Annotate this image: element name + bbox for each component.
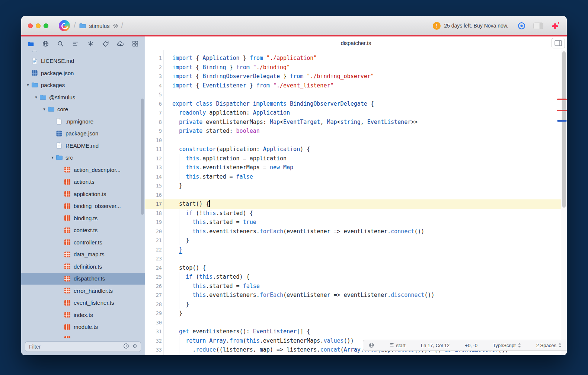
code-line-24[interactable]: 24 stop() { [145, 263, 561, 273]
code-line-3[interactable]: 3import { BindingObserverDelegate } from… [145, 72, 561, 81]
code-line-18[interactable]: 18 if (!this.started) { [145, 209, 561, 218]
code-line-9[interactable]: 9 private started: boolean [145, 126, 561, 136]
code-line-12[interactable]: 12 this.application = application [145, 154, 561, 163]
tree-item-data-map-ts[interactable]: data_map.ts [21, 249, 145, 261]
tree-item-package-json[interactable]: package.json [21, 128, 145, 140]
indent-select[interactable]: 2 Spaces [536, 343, 562, 348]
tree-item--stimulus[interactable]: ▾@stimulus [21, 91, 145, 103]
code-line-17[interactable]: 17 start() { [145, 199, 561, 209]
tree-item-application-ts[interactable]: application.ts [21, 188, 145, 200]
editor-scrollbar[interactable] [561, 50, 567, 355]
disclosure-triangle[interactable]: ▾ [41, 107, 47, 112]
tree-item-core[interactable]: ▾core [21, 103, 145, 116]
code-line-1[interactable]: 1import { Application } from "./applicat… [145, 54, 561, 63]
find-icon[interactable] [57, 40, 64, 47]
tree-item-action-ts[interactable]: action.ts [21, 176, 145, 188]
tag-filter-icon[interactable] [132, 343, 138, 350]
tree-item-src[interactable]: ▾src [21, 152, 145, 164]
panel-layout-icon[interactable] [533, 22, 543, 30]
tree-item-label: definition.ts [74, 263, 102, 270]
editor-scrollbar-thumb[interactable] [562, 51, 566, 208]
tree-item-context-ts[interactable]: context.ts [21, 224, 145, 237]
code-line-11[interactable]: 11 constructor(application: Application)… [145, 145, 561, 154]
indent-guide [186, 291, 186, 300]
code-line-23[interactable]: 23 [145, 254, 561, 263]
project-name[interactable]: stimulus [89, 23, 110, 29]
sidebar-scrollbar-thumb[interactable] [141, 99, 144, 215]
gear-icon[interactable] [113, 23, 118, 29]
files-icon[interactable] [27, 40, 34, 47]
code-line-16[interactable]: 16 [145, 190, 561, 200]
code-area[interactable]: 1import { Application } from "./applicat… [145, 50, 561, 355]
trial-notice[interactable]: ! 25 days left. Buy Nova now. [433, 22, 508, 30]
editor-panel-toggle[interactable] [552, 38, 565, 48]
filter-input[interactable] [28, 343, 121, 350]
code-line-7[interactable]: 7 readonly application: Application [145, 108, 561, 118]
add-sparkle-icon[interactable] [551, 21, 560, 31]
tree-item-dispatcher-ts[interactable]: dispatcher.ts [21, 273, 145, 285]
cursor-position[interactable]: Ln 17, Col 12 [421, 343, 450, 348]
code-text: this.eventListenerMaps = new Map [162, 163, 293, 172]
disclosure-triangle[interactable]: ▾ [49, 155, 55, 160]
code-line-14[interactable]: 14 this.started = false [145, 172, 561, 182]
code-line-31[interactable]: 31 get eventListeners(): EventListener[]… [145, 327, 561, 336]
tree-item-binding-observer-[interactable]: binding_observer... [21, 200, 145, 212]
tree-item-controller-ts[interactable]: controller.ts [21, 236, 145, 249]
code-line-15[interactable]: 15 } [145, 181, 561, 190]
tree-item-binding-ts[interactable]: binding.ts [21, 212, 145, 224]
close-button[interactable] [28, 23, 33, 28]
code-line-22[interactable]: 22 } [145, 245, 561, 254]
code-line-19[interactable]: 19 this.started = true [145, 218, 561, 227]
code-line-25[interactable]: 25 if (this.started) { [145, 272, 561, 282]
tags-icon[interactable] [102, 40, 109, 47]
tree-item-module-ts[interactable]: module.ts [21, 321, 145, 333]
tree-item-error-handler-ts[interactable]: error_handler.ts [21, 285, 145, 297]
language-select[interactable]: TypeScript [493, 343, 521, 348]
code-line-29[interactable]: 29 } [145, 309, 561, 318]
code-line-10[interactable]: 10 [145, 136, 561, 145]
publish-icon[interactable] [117, 40, 124, 47]
globe-icon[interactable] [368, 342, 374, 348]
code-line-20[interactable]: 20 this.eventListeners.forEach(eventList… [145, 227, 561, 236]
code-line-13[interactable]: 13 this.eventListenerMaps = new Map [145, 163, 561, 172]
tree-item-license-md[interactable]: LICENSE.md [21, 55, 145, 67]
issues-icon[interactable] [87, 40, 94, 47]
code-line-8[interactable]: 8 private eventListenerMaps: Map<EventTa… [145, 118, 561, 127]
symbols-icon[interactable] [72, 40, 79, 47]
code-line-27[interactable]: 27 this.eventListeners.forEach(eventList… [145, 291, 561, 300]
code-line-21[interactable]: 21 } [145, 236, 561, 245]
disclosure-triangle[interactable]: ▾ [25, 83, 31, 87]
code-line-5[interactable]: 5 [145, 90, 561, 99]
code-line-28[interactable]: 28 } [145, 300, 561, 309]
line-number: 11 [145, 145, 162, 154]
tree-item-package-json[interactable]: package.json [21, 67, 145, 79]
tree-item--npmignore[interactable]: .npmignore [21, 115, 145, 128]
tree-item-packages[interactable]: ▾packages [21, 79, 145, 92]
tree-item-label: event_listener.ts [74, 299, 114, 306]
titlebar[interactable]: / stimulus / ! 25 days left. Buy Nova no… [21, 16, 567, 35]
tree-item-event-listener-ts[interactable]: event_listener.ts [21, 297, 145, 309]
tree-item-clipped[interactable] [21, 333, 145, 338]
tree-item-action-descriptor-[interactable]: action_descriptor... [21, 164, 145, 176]
tree-item-definition-ts[interactable]: definition.ts [21, 260, 145, 273]
zoom-button[interactable] [44, 23, 48, 28]
disclosure-triangle[interactable]: ▾ [33, 95, 39, 100]
code-line-26[interactable]: 26 this.started = false [145, 282, 561, 291]
clock-icon[interactable] [123, 343, 129, 350]
tree-item-clipped[interactable] [21, 51, 145, 55]
filter-field[interactable] [25, 342, 141, 352]
extensions-icon[interactable] [132, 40, 139, 47]
diff-stats[interactable]: +0, -0 [465, 343, 477, 348]
code-line-30[interactable]: 30 [145, 318, 561, 327]
tree-item-index-ts[interactable]: index.ts [21, 309, 145, 321]
folder-icon[interactable] [79, 23, 86, 29]
preview-eye-icon[interactable] [517, 22, 526, 30]
code-line-2[interactable]: 2import { Binding } from "./binding" [145, 63, 561, 72]
ts-file-icon [64, 227, 71, 234]
remote-icon[interactable] [42, 40, 49, 47]
code-line-4[interactable]: 4import { EventListener } from "./event_… [145, 81, 561, 90]
minimize-button[interactable] [36, 23, 41, 28]
symbol-breadcrumb[interactable]: start [390, 343, 405, 348]
code-line-6[interactable]: 6export class Dispatcher implements Bind… [145, 99, 561, 109]
tree-item-readme-md[interactable]: README.md [21, 140, 145, 152]
